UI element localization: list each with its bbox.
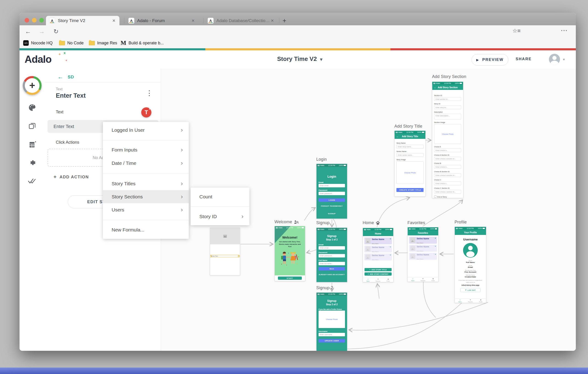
story-card: Series NameStory Name ♡♥ — [409, 245, 437, 252]
submenu-item-count[interactable]: Count — [191, 190, 250, 203]
publish-checks-icon[interactable] — [20, 178, 45, 186]
chevron-right-icon: › — [242, 213, 243, 220]
branding-palette-icon[interactable] — [20, 104, 45, 112]
story-sections-submenu: Count Story ID› — [191, 187, 250, 225]
screen-label-profile[interactable]: Profile — [454, 220, 467, 225]
close-window-button[interactable] — [25, 18, 29, 22]
screen-label-signup[interactable]: Signup — [316, 220, 330, 225]
add-action-button[interactable]: +ADD ACTION — [53, 174, 89, 180]
selection-handle[interactable] — [238, 255, 240, 257]
tab-adalo-forum[interactable]: A Adalo - Forum × — [125, 16, 199, 25]
screen-home[interactable]: Adalo12:30 PM100% Home Series NameStory … — [363, 228, 393, 282]
close-tab-icon[interactable]: × — [191, 18, 195, 24]
screen-signup[interactable]: Adalo12:30 PM100% Signup Step 1 of 2 Ema… — [316, 228, 347, 282]
reading-list-icon[interactable]: ☆≡ — [513, 28, 521, 34]
tab-profile: ☻Profile — [383, 278, 393, 282]
zoom-window-button[interactable] — [39, 18, 44, 22]
adalo-favicon: A — [49, 18, 55, 24]
settings-gear-icon[interactable] — [20, 159, 45, 168]
menu-item-date-time[interactable]: Date / Time› — [103, 156, 189, 170]
screen-label-welcome[interactable]: Welcome — [274, 220, 299, 224]
preview-button[interactable]: ▶ PREVIEW — [472, 54, 508, 66]
minimize-window-button[interactable] — [32, 18, 37, 22]
menu-item-users[interactable]: Users› — [103, 203, 189, 216]
close-tab-icon[interactable]: × — [111, 18, 116, 24]
browser-window: A Story Time V2 × A Adalo - Forum × A Ad… — [20, 13, 576, 351]
desktop: A Story Time V2 × A Adalo - Forum × A Ad… — [0, 0, 588, 374]
adalo-logo[interactable]: Adalo + x + — [25, 54, 52, 65]
screen-label-add-story-title[interactable]: Add Story Title — [394, 124, 422, 129]
home-screen-icon — [376, 221, 380, 225]
screen-add-story-title[interactable]: Adalo12:30 PM100% ←Add Story Title Story… — [394, 131, 426, 197]
tab-favorites: ♥Favorites — [418, 277, 428, 282]
back-arrow-icon: ← — [396, 135, 399, 138]
chevron-right-icon: › — [181, 206, 183, 213]
tab-story-time[interactable]: A Story Time V2 × — [46, 16, 119, 25]
selected-text-element[interactable]: Enter Text — [211, 255, 239, 257]
login-button: LOGIN — [319, 198, 345, 202]
submenu-item-story-id[interactable]: Story ID› — [191, 210, 250, 223]
app-title-dropdown[interactable]: Story Time V2▾ — [263, 55, 336, 63]
bookmark-nocode-hq[interactable]: </> Nocode HQ — [23, 39, 52, 47]
click-actions-label: Click Actions — [56, 140, 79, 145]
plus-icon: + — [53, 174, 57, 180]
menu-item-story-sections[interactable]: Story Sections› — [103, 190, 189, 203]
screens-icon[interactable] — [20, 122, 45, 131]
builder-main: + ✦ ←SD T — [20, 69, 576, 351]
adalo-header: Adalo + x + Story Time V2▾ ▶ PREVIEW SHA… — [20, 50, 576, 69]
tab-adalo-database[interactable]: A Adalo Database/Collection Dat × — [204, 16, 278, 25]
screen-label-favorites[interactable]: Favorites — [408, 220, 425, 225]
close-tab-icon[interactable]: × — [270, 18, 275, 24]
element-menu-icon[interactable]: ⋮ — [146, 89, 153, 97]
screen-add-story-section[interactable]: Adalo12:30 PM100% ←Add Story Section Sec… — [432, 82, 463, 198]
reload-icon[interactable]: ↻ — [53, 28, 59, 35]
tab-home: ⌂Home — [455, 299, 465, 303]
tab-title: Adalo Database/Collection Dat — [216, 18, 270, 23]
add-component-button[interactable]: + — [23, 76, 42, 95]
account-avatar[interactable] — [549, 54, 560, 65]
screen-label-home[interactable]: Home — [363, 220, 380, 225]
adalo-favicon: A — [128, 18, 134, 24]
story-card: Series NameStory Name ♡♥ — [409, 253, 437, 260]
share-button[interactable]: SHARE — [516, 57, 532, 61]
code-icon: </> — [23, 40, 29, 46]
image-placeholder — [210, 228, 240, 244]
bookmarks-bar: </> Nocode HQ No Code Image Res M Build … — [20, 37, 576, 48]
add-story-title-button: +ADD STORY TITLE — [365, 268, 392, 271]
menu-item-logged-in-user[interactable]: Logged In User› — [103, 123, 189, 137]
screen-label-login[interactable]: Login — [316, 157, 327, 162]
tab-title: Story Time V2 — [58, 18, 85, 23]
screen-welcome[interactable]: Adalo12:30 PM100% Welcome! Get started w… — [274, 226, 305, 281]
power-icon: ⏻ — [465, 289, 466, 291]
screen-profile[interactable]: Adalo12:30 PM100% Your Profile Username … — [454, 227, 486, 303]
bookmark-image-res[interactable]: Image Res — [89, 39, 117, 47]
menu-item-new-formula[interactable]: New Formula... — [103, 223, 189, 236]
chevron-right-icon: › — [181, 146, 183, 153]
folder-icon — [89, 41, 95, 45]
screen-login[interactable]: Adalo12:30 PM100% Login Email Enter emai… — [316, 164, 347, 219]
choose-photo-box: Choose Photo — [319, 310, 345, 328]
screen-story-partial[interactable]: Enter Text — [210, 228, 240, 275]
bookmark-no-code[interactable]: No Code — [59, 39, 84, 47]
menu-item-form-inputs[interactable]: Form Inputs› — [103, 143, 189, 156]
account-chevron-icon[interactable]: ▾ — [563, 57, 565, 62]
medium-icon: M — [121, 40, 126, 46]
browser-menu-icon[interactable]: ⋯ — [561, 26, 568, 34]
screen-label-add-story-section[interactable]: Add Story Section — [432, 74, 466, 79]
screen-label-signup2[interactable]: Signup 2 — [316, 286, 333, 290]
add-story-content-button: +ADD STORY CONTENT — [365, 272, 392, 276]
database-icon[interactable]: ✦ — [20, 141, 45, 149]
back-to-screen-link[interactable]: ←SD — [57, 73, 74, 80]
story-card: Series NameStory Name ♡♥ — [409, 237, 437, 244]
menu-item-story-titles[interactable]: Story Titles› — [103, 177, 189, 190]
bookmark-medium[interactable]: M Build & operate b... — [121, 39, 164, 47]
tab-profile: ☻Profile — [428, 277, 438, 282]
screen-signup2[interactable]: Adalo12:30 PM100% Signup Step 2 of 2 If … — [316, 292, 347, 351]
choose-photo-box: Choose Photo — [434, 124, 461, 144]
magic-text-button[interactable]: T — [141, 107, 151, 118]
forward-icon[interactable]: → — [39, 28, 45, 35]
back-icon[interactable]: ← — [25, 28, 31, 35]
chevron-down-icon: ▾ — [320, 57, 322, 62]
screen-favorites[interactable]: Adalo12:30 PM100% Favorites Series NameS… — [408, 227, 439, 282]
new-tab-button[interactable]: + — [283, 16, 286, 25]
